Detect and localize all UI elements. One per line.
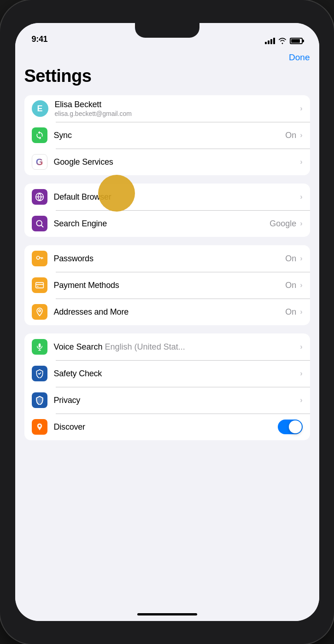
- safety-check-text: Safety Check: [54, 369, 299, 379]
- passwords-icon: [32, 251, 47, 266]
- discover-icon: [32, 419, 47, 435]
- chevron-icon: ›: [300, 254, 302, 263]
- addresses-text: Addresses and More: [54, 307, 286, 317]
- safety-check-row[interactable]: Safety Check ›: [24, 360, 310, 387]
- sync-value: On: [285, 131, 296, 140]
- privacy-label: Privacy: [54, 396, 299, 405]
- sync-icon: [32, 127, 47, 143]
- google-services-text: Google Services: [54, 157, 299, 167]
- google-services-label: Google Services: [54, 157, 299, 167]
- profile-text: Elisa Beckett elisa.g.beckett@gmail.com: [55, 100, 299, 117]
- profile-name: Elisa Beckett: [55, 100, 299, 109]
- wifi-icon: [278, 38, 287, 44]
- passwords-text: Passwords: [54, 254, 286, 264]
- discover-row[interactable]: Discover: [24, 414, 310, 440]
- safety-check-icon: [32, 366, 47, 381]
- search-engine-value: Google: [270, 219, 296, 229]
- voice-search-row[interactable]: Voice Search English (United Stat... ›: [24, 334, 310, 360]
- phone-frame: 9:41 Done: [0, 0, 334, 644]
- voice-search-value: English (United Stat...: [103, 342, 185, 352]
- search-engine-label: Search Engine: [54, 219, 270, 229]
- payment-methods-icon: [32, 277, 47, 293]
- chevron-icon: ›: [300, 158, 302, 166]
- done-button[interactable]: Done: [289, 52, 310, 63]
- status-icons: [265, 38, 303, 44]
- payment-methods-value: On: [285, 281, 296, 290]
- account-group: E Elisa Beckett elisa.g.beckett@gmail.co…: [24, 95, 310, 175]
- phone-screen: 9:41 Done: [15, 23, 319, 621]
- toggle-thumb: [289, 420, 302, 433]
- settings-content: Done Settings E Elisa Beckett elisa.g.be…: [15, 48, 319, 607]
- battery-icon: [290, 38, 303, 44]
- google-services-row[interactable]: G Google Services ›: [24, 149, 310, 175]
- default-browser-label: Default Browser: [54, 192, 299, 202]
- addresses-value: On: [285, 307, 296, 317]
- voice-search-icon: [32, 339, 47, 355]
- sync-row[interactable]: Sync On ›: [24, 122, 310, 149]
- chevron-icon: ›: [300, 308, 302, 316]
- svg-rect-6: [38, 344, 41, 348]
- search-engine-row[interactable]: Search Engine Google ›: [24, 210, 310, 237]
- safety-check-label: Safety Check: [54, 369, 299, 379]
- passwords-row[interactable]: Passwords On ›: [24, 245, 310, 272]
- chevron-icon: ›: [300, 193, 302, 201]
- chevron-icon: ›: [300, 131, 302, 139]
- chevron-icon: ›: [300, 104, 302, 113]
- header: Done: [24, 48, 310, 64]
- default-browser-row[interactable]: Default Browser ›: [24, 184, 310, 210]
- chevron-icon: ›: [300, 219, 302, 228]
- default-browser-icon: [32, 189, 47, 205]
- voice-search-label: Voice Search: [54, 342, 103, 352]
- svg-point-2: [36, 256, 40, 259]
- status-time: 9:41: [32, 34, 48, 44]
- chevron-icon: ›: [300, 281, 302, 289]
- privacy-text: Privacy: [54, 396, 299, 405]
- voice-search-text: Voice Search English (United Stat...: [54, 342, 299, 352]
- other-group: Voice Search English (United Stat... › S…: [24, 334, 310, 440]
- autofill-group: Passwords On › Payment Methods: [24, 245, 310, 325]
- profile-row[interactable]: E Elisa Beckett elisa.g.beckett@gmail.co…: [24, 95, 310, 122]
- google-services-icon: G: [32, 154, 47, 170]
- battery-fill: [291, 39, 300, 43]
- profile-email: elisa.g.beckett@gmail.com: [55, 110, 299, 117]
- search-engine-text: Search Engine: [54, 219, 270, 229]
- chevron-icon: ›: [300, 369, 302, 378]
- notch: [135, 23, 199, 38]
- addresses-icon: [32, 304, 47, 320]
- home-indicator: [137, 613, 197, 615]
- payment-methods-row[interactable]: Payment Methods On ›: [24, 272, 310, 299]
- privacy-row[interactable]: Privacy ›: [24, 387, 310, 414]
- browser-group: Default Browser › Search Engine Google: [24, 184, 310, 237]
- search-engine-icon: [32, 216, 47, 231]
- page-title: Settings: [24, 64, 310, 95]
- privacy-icon: [32, 392, 47, 408]
- addresses-label: Addresses and More: [54, 307, 286, 317]
- svg-rect-3: [35, 282, 43, 288]
- discover-label: Discover: [54, 422, 278, 432]
- passwords-label: Passwords: [54, 254, 286, 264]
- profile-avatar: E: [32, 100, 48, 117]
- svg-point-5: [38, 310, 40, 311]
- signal-bars-icon: [265, 38, 275, 44]
- chevron-icon: ›: [300, 343, 302, 351]
- sync-label: Sync: [54, 131, 286, 140]
- passwords-value: On: [285, 254, 296, 264]
- sync-text: Sync: [54, 131, 286, 140]
- default-browser-text: Default Browser: [54, 192, 299, 202]
- payment-methods-text: Payment Methods: [54, 281, 286, 290]
- addresses-row[interactable]: Addresses and More On ›: [24, 299, 310, 325]
- svg-rect-4: [37, 286, 38, 287]
- discover-text: Discover: [54, 422, 278, 432]
- payment-methods-label: Payment Methods: [54, 281, 286, 290]
- discover-toggle[interactable]: [278, 420, 303, 434]
- chevron-icon: ›: [300, 396, 302, 404]
